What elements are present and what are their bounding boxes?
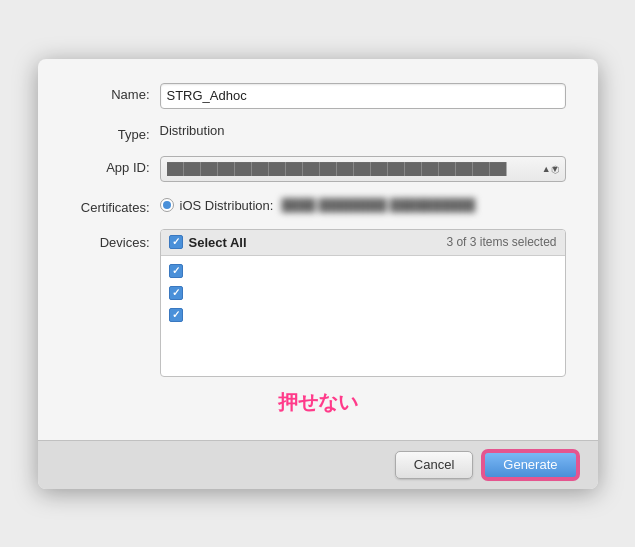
cert-radio-selected-icon (163, 201, 171, 209)
select-all-checkbox[interactable]: ✓ (169, 235, 183, 249)
checkbox-check-icon: ✓ (172, 266, 180, 276)
select-all-label: Select All (189, 235, 247, 250)
list-item: ✓ (161, 282, 565, 304)
name-label: Name: (70, 83, 160, 102)
device-name-0 (191, 264, 371, 277)
device-name-1 (191, 286, 356, 299)
type-row: Type: Distribution (70, 123, 566, 142)
appid-content: ████████████████████████████████████████… (160, 156, 566, 182)
devices-row: Devices: ✓ Select All 3 of 3 items selec… (70, 229, 566, 377)
cert-type-label: iOS Distribution: (180, 198, 274, 213)
device-checkbox-0[interactable]: ✓ (169, 264, 183, 278)
appid-select-wrapper: ████████████████████████████████████████… (160, 156, 566, 182)
cancel-button[interactable]: Cancel (395, 451, 473, 479)
devices-box: ✓ Select All 3 of 3 items selected ✓ (160, 229, 566, 377)
press-note: 押せない (70, 385, 566, 420)
certs-label: Certificates: (70, 196, 160, 215)
dialog-body: Name: Type: Distribution App ID: ███████… (38, 59, 598, 440)
name-content (160, 83, 566, 109)
type-content: Distribution (160, 123, 566, 138)
device-name-2 (191, 308, 291, 321)
cert-name: ████ ████████ ██████████ (281, 198, 475, 212)
checkbox-check-icon: ✓ (172, 310, 180, 320)
certs-content: iOS Distribution: ████ ████████ ████████… (160, 196, 566, 213)
appid-row: App ID: ████████████████████████████████… (70, 156, 566, 182)
type-label: Type: (70, 123, 160, 142)
list-item: ✓ (161, 304, 565, 326)
devices-label: Devices: (70, 229, 160, 250)
name-row: Name: (70, 83, 566, 109)
certificate-row: iOS Distribution: ████ ████████ ████████… (160, 196, 566, 213)
device-checkbox-2[interactable]: ✓ (169, 308, 183, 322)
provisioning-dialog: Name: Type: Distribution App ID: ███████… (38, 59, 598, 489)
generate-button[interactable]: Generate (483, 451, 577, 479)
cert-radio-button[interactable] (160, 198, 174, 212)
dialog-footer: Cancel Generate (38, 440, 598, 489)
select-all-row: ✓ Select All (169, 235, 247, 250)
list-item: ✓ (161, 260, 565, 282)
checkbox-check-icon: ✓ (172, 237, 180, 247)
certs-row: Certificates: iOS Distribution: ████ ███… (70, 196, 566, 215)
checkbox-check-icon: ✓ (172, 288, 180, 298)
device-checkbox-1[interactable]: ✓ (169, 286, 183, 300)
devices-content: ✓ Select All 3 of 3 items selected ✓ (160, 229, 566, 377)
device-list: ✓ ✓ ✓ (161, 256, 565, 376)
appid-select[interactable]: ████████████████████████████████████████ (160, 156, 566, 182)
devices-header: ✓ Select All 3 of 3 items selected (161, 230, 565, 256)
items-count: 3 of 3 items selected (446, 235, 556, 249)
appid-label: App ID: (70, 156, 160, 175)
name-input[interactable] (160, 83, 566, 109)
type-value: Distribution (160, 119, 225, 138)
